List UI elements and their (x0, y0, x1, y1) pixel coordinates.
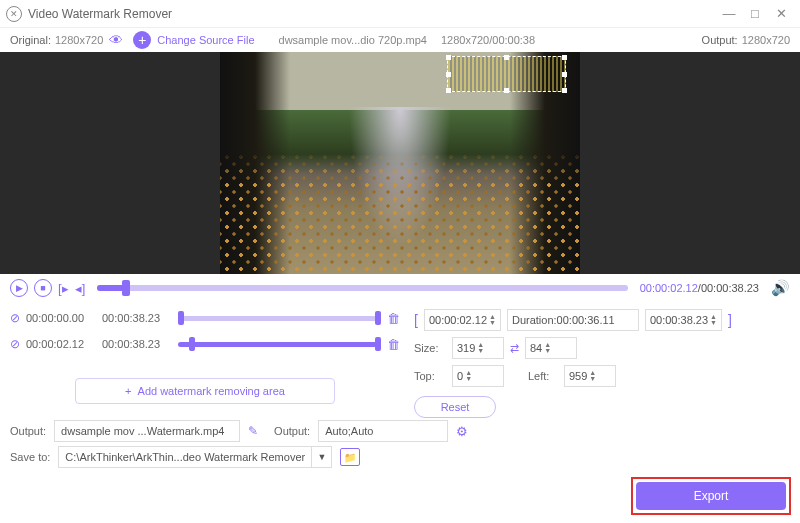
range-start-input[interactable]: 00:00:02.12▲▼ (424, 309, 501, 331)
spin-down[interactable]: ▼ (710, 320, 717, 326)
video-preview[interactable] (0, 52, 800, 274)
minimize-button[interactable]: — (716, 3, 742, 25)
segment-delete-icon[interactable]: 🗑 (387, 311, 400, 326)
add-watermark-area-button[interactable]: + Add watermark removing area (75, 378, 335, 404)
close-button[interactable]: ✕ (768, 3, 794, 25)
segment-range-slider[interactable] (178, 316, 381, 321)
preview-toggle-icon[interactable]: 👁 (109, 32, 123, 48)
size-height-input[interactable]: 84▲▼ (525, 337, 577, 359)
segment-delete-icon[interactable]: 🗑 (387, 337, 400, 352)
segment-start: 00:00:02.12 (26, 338, 96, 350)
segment-row: ⊘ 00:00:00.00 00:00:38.23 🗑 (10, 306, 400, 330)
original-label: Original: (10, 34, 51, 46)
titlebar: ✕ Video Watermark Remover — □ ✕ (0, 0, 800, 28)
set-start-bracket-button[interactable]: [▸ (58, 281, 69, 296)
seek-thumb[interactable] (122, 280, 130, 296)
left-label: Left: (528, 370, 558, 382)
properties-panel: [ 00:00:02.12▲▼ Duration:00:00:36.11 00:… (414, 306, 790, 418)
export-highlight: Export (631, 477, 791, 515)
output-label: Output: (702, 34, 738, 46)
save-path-field[interactable]: C:\ArkThinker\ArkThin...deo Watermark Re… (58, 446, 312, 468)
seek-slider[interactable] (97, 285, 627, 291)
spin-down[interactable]: ▼ (544, 348, 551, 354)
range-end-input[interactable]: 00:00:38.23▲▼ (645, 309, 722, 331)
segment-remove-icon[interactable]: ⊘ (10, 311, 20, 325)
save-path-dropdown[interactable]: ▼ (312, 446, 332, 468)
set-end-bracket-button[interactable]: ◂] (75, 281, 86, 296)
edit-filename-icon[interactable]: ✎ (248, 424, 258, 438)
spin-down[interactable]: ▼ (489, 320, 496, 326)
original-resolution: 1280x720 (55, 34, 103, 46)
window-title: Video Watermark Remover (28, 7, 716, 21)
spin-down[interactable]: ▼ (465, 376, 472, 382)
volume-icon[interactable]: 🔊 (771, 279, 790, 297)
output-format-field[interactable]: Auto;Auto (318, 420, 448, 442)
open-folder-icon[interactable]: 📁 (340, 448, 360, 466)
source-filename: dwsample mov...dio 720p.mp4 (279, 34, 427, 46)
range-duration-display: Duration:00:00:36.11 (507, 309, 639, 331)
play-button[interactable]: ▶ (10, 279, 28, 297)
time-current: 00:00:02.12 (640, 282, 698, 294)
size-label: Size: (414, 342, 446, 354)
change-source-button[interactable]: Change Source File (157, 34, 254, 46)
top-label: Top: (414, 370, 446, 382)
add-area-label: Add watermark removing area (138, 385, 285, 397)
output-resolution: 1280x720 (742, 34, 790, 46)
save-row: Save to: C:\ArkThinker\ArkThin...deo Wat… (0, 444, 800, 470)
output-file-label: Output: (10, 425, 46, 437)
segment-end: 00:00:38.23 (102, 338, 172, 350)
size-width-input[interactable]: 319▲▼ (452, 337, 504, 359)
pos-left-input[interactable]: 959▲▼ (564, 365, 616, 387)
source-res-duration: 1280x720/00:00:38 (441, 34, 535, 46)
plus-icon: + (125, 385, 131, 397)
segment-remove-icon[interactable]: ⊘ (10, 337, 20, 351)
segment-end: 00:00:38.23 (102, 312, 172, 324)
link-aspect-icon[interactable]: ⇄ (510, 342, 519, 355)
watermark-selection-box[interactable] (447, 56, 566, 92)
save-to-label: Save to: (10, 451, 50, 463)
time-total: 00:00:38.23 (701, 282, 759, 294)
segments-panel: ⊘ 00:00:00.00 00:00:38.23 🗑 ⊘ 00:00:02.1… (10, 306, 400, 418)
video-frame[interactable] (220, 52, 580, 274)
pos-top-input[interactable]: 0▲▼ (452, 365, 504, 387)
export-button[interactable]: Export (636, 482, 786, 510)
format-settings-icon[interactable]: ⚙ (456, 424, 468, 439)
output-row: Output: dwsample mov ...Watermark.mp4 ✎ … (0, 418, 800, 444)
spin-down[interactable]: ▼ (589, 376, 596, 382)
app-logo-icon: ✕ (6, 6, 22, 22)
output-format-label: Output: (274, 425, 310, 437)
reset-button[interactable]: Reset (414, 396, 496, 418)
playback-bar: ▶ ■ [▸ ◂] 00:00:02.12/00:00:38.23 🔊 (0, 274, 800, 302)
segment-row: ⊘ 00:00:02.12 00:00:38.23 🗑 (10, 332, 400, 356)
segment-range-slider[interactable] (178, 342, 381, 347)
maximize-button[interactable]: □ (742, 3, 768, 25)
segment-start: 00:00:00.00 (26, 312, 96, 324)
range-end-bracket-icon[interactable]: ] (728, 312, 732, 328)
info-bar: Original: 1280x720 👁 + Change Source Fil… (0, 28, 800, 52)
spin-down[interactable]: ▼ (477, 348, 484, 354)
range-start-bracket-icon[interactable]: [ (414, 312, 418, 328)
output-filename-field[interactable]: dwsample mov ...Watermark.mp4 (54, 420, 240, 442)
add-source-icon[interactable]: + (133, 31, 151, 49)
stop-button[interactable]: ■ (34, 279, 52, 297)
